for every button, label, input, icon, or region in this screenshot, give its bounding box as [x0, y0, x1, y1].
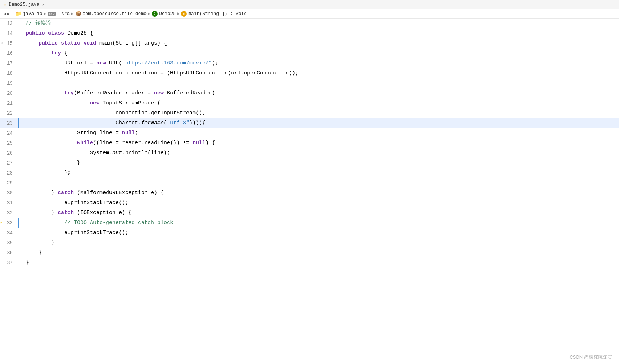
line-num-13: 13	[0, 19, 18, 28]
warning-icon-33: ⚡	[0, 218, 3, 228]
nav-back-icon[interactable]: ◀	[4, 11, 6, 16]
line-num-34: 34	[0, 228, 18, 238]
code-content-19	[19, 78, 26, 88]
line-num-19: 19	[0, 78, 18, 88]
code-line-32: 32 } catch (IOException e) {	[0, 208, 619, 218]
bc-java-io-label: java-io	[23, 11, 42, 16]
title-bar: ☕ Demo25.java ✕	[0, 0, 619, 9]
line-num-32: 32	[0, 208, 18, 218]
line-num-30: 30	[0, 188, 18, 198]
code-content-34: e.printStackTrace();	[19, 228, 128, 238]
code-content-30: } catch (MalformedURLException e) {	[19, 188, 164, 198]
line-num-17: 17	[0, 58, 18, 68]
bc-demo25[interactable]: C Demo25	[152, 11, 176, 17]
bc-java-io[interactable]: 📁 java-io	[15, 11, 42, 17]
line-num-36: 36	[0, 248, 18, 258]
code-content-31: e.printStackTrace();	[19, 198, 128, 208]
code-content-16: try {	[19, 48, 67, 58]
code-content-27: }	[19, 158, 80, 168]
code-line-29: 29	[0, 178, 619, 188]
code-content-35: }	[19, 238, 55, 248]
code-line-20: 20 try(BufferedReader reader = new Buffe…	[0, 88, 619, 98]
code-content-23: Charset.forName("utf-8")))){	[19, 118, 205, 128]
watermark: CSDN @猿究院陈安	[569, 354, 612, 360]
line-num-29: 29	[0, 178, 18, 188]
code-line-37: 37 }	[0, 258, 619, 268]
bc-sep-2: ▶	[71, 11, 73, 16]
class-icon: C	[152, 11, 158, 17]
code-content-24: String line = null;	[19, 128, 138, 138]
bc-sep-1: ▶	[44, 11, 46, 16]
bc-src-label: src	[61, 11, 70, 16]
code-editor[interactable]: 13 // 转换流 14 public class Demo25 { ⊖ 15 …	[0, 19, 619, 268]
code-content-29	[19, 178, 26, 188]
bc-sep-4: ▶	[177, 11, 180, 16]
bc-package[interactable]: 📦 com.apesource.file.demo	[75, 11, 147, 17]
breadcrumb-bar: ◀ ▶ 📁 java-io ▶ src src ▶ 📦 com.apesourc…	[0, 9, 619, 19]
folder-icon: 📁	[15, 11, 21, 17]
line-num-35: 35	[0, 238, 18, 248]
code-line-28: 28 };	[0, 168, 619, 178]
code-line-27: 27 }	[0, 158, 619, 168]
code-line-34: 34 e.printStackTrace();	[0, 228, 619, 238]
code-content-22: connection.getInputStream(),	[19, 108, 205, 118]
bc-demo25-label: Demo25	[159, 11, 176, 16]
line-num-18: 18	[0, 68, 18, 78]
code-line-22: 22 connection.getInputStream(),	[0, 108, 619, 118]
line-num-20: 20	[0, 88, 18, 98]
line-num-31: 31	[0, 198, 18, 208]
code-line-30: 30 } catch (MalformedURLException e) {	[0, 188, 619, 198]
code-line-35: 35 }	[0, 238, 619, 248]
nav-forward-icon[interactable]: ▶	[7, 11, 10, 16]
line-num-27: 27	[0, 158, 18, 168]
bc-main-method[interactable]: m main(String[]) : void	[181, 11, 247, 17]
line-num-37: 37	[0, 258, 18, 268]
line-num-15: ⊖ 15	[0, 38, 18, 48]
java-file-icon: ☕	[4, 1, 6, 7]
method-icon: m	[181, 11, 187, 17]
bc-src[interactable]: src src	[48, 11, 70, 16]
code-line-18: 18 HttpsURLConnection connection = (Http…	[0, 68, 619, 78]
code-content-25: while((line = reader.readLine()) != null…	[19, 138, 215, 148]
line-num-14: 14	[0, 28, 18, 38]
package-icon: 📦	[75, 11, 81, 17]
line-num-16: 16	[0, 48, 18, 58]
code-line-21: 21 new InputStreamReader(	[0, 98, 619, 108]
code-content-32: } catch (IOException e) {	[19, 208, 132, 218]
code-line-14: 14 public class Demo25 {	[0, 28, 619, 38]
code-content-14: public class Demo25 {	[19, 28, 93, 38]
code-content-26: System.out.println(line);	[19, 148, 170, 158]
code-line-23: 23 Charset.forName("utf-8")))){	[0, 118, 619, 128]
line-num-22: 22	[0, 108, 18, 118]
tab-title[interactable]: Demo25.java	[9, 2, 39, 7]
code-content-18: HttpsURLConnection connection = (HttpsUR…	[19, 68, 298, 78]
code-line-15: ⊖ 15 public static void main(String[] ar…	[0, 38, 619, 48]
code-line-31: 31 e.printStackTrace();	[0, 198, 619, 208]
bc-main-label: main(String[]) : void	[188, 11, 247, 16]
bc-package-label: com.apesource.file.demo	[83, 11, 147, 16]
code-line-25: 25 while((line = reader.readLine()) != n…	[0, 138, 619, 148]
code-line-36: 36 }	[0, 248, 619, 258]
code-line-17: 17 URL url = new URL("https://ent.163.co…	[0, 58, 619, 68]
src-icon: src	[48, 12, 56, 16]
code-content-13: // 转换流	[19, 19, 51, 28]
line-num-26: 26	[0, 148, 18, 158]
line-num-28: 28	[0, 168, 18, 178]
code-content-17: URL url = new URL("https://ent.163.com/m…	[19, 58, 218, 68]
code-line-19: 19	[0, 78, 619, 88]
line-num-33: ⚡ 33	[0, 218, 18, 228]
code-line-16: 16 try {	[0, 48, 619, 58]
code-line-13: 13 // 转换流	[0, 19, 619, 28]
line-num-21: 21	[0, 98, 18, 108]
code-content-28: };	[19, 168, 71, 178]
code-content-20: try(BufferedReader reader = new Buffered…	[19, 88, 215, 98]
code-content-36: }	[19, 248, 42, 258]
code-line-33: ⚡ 33 // TODO Auto-generated catch block	[0, 218, 619, 228]
bc-sep-3: ▶	[148, 11, 150, 16]
code-content-21: new InputStreamReader(	[19, 98, 160, 108]
fold-icon-15[interactable]: ⊖	[1, 38, 3, 48]
code-line-24: 24 String line = null;	[0, 128, 619, 138]
code-line-26: 26 System.out.println(line);	[0, 148, 619, 158]
line-num-23: 23	[0, 118, 18, 128]
close-tab-icon[interactable]: ✕	[42, 2, 45, 7]
